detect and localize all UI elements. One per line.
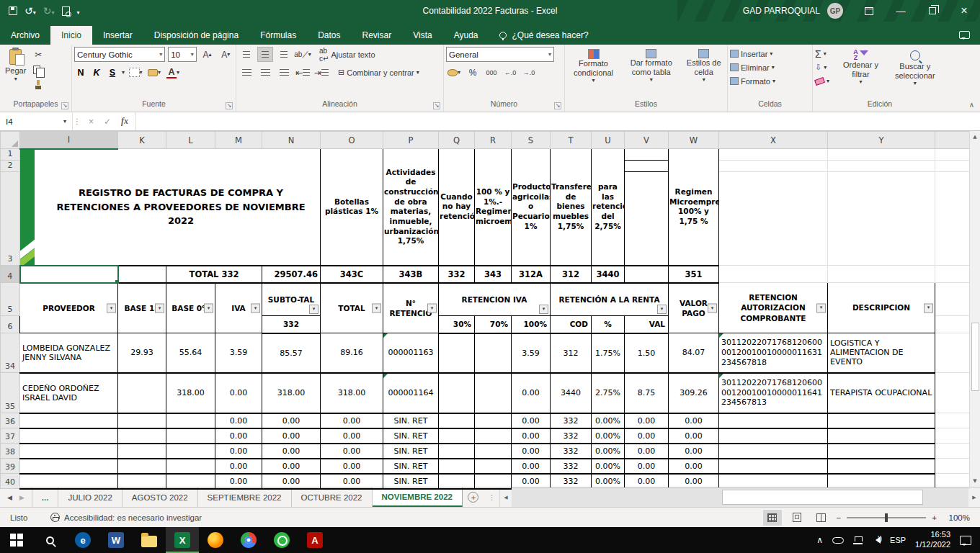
cell-Q37[interactable] [439,428,475,444]
cell-T39[interactable]: 332 [551,459,592,474]
header-proveedor[interactable]: PROVEEDOR▾ [20,283,118,333]
cell-P38[interactable]: SIN. RET [383,444,439,459]
empty-cell[interactable] [828,266,935,283]
cell-S37[interactable]: 0.00 [512,428,551,444]
cell-S36[interactable]: 0.00 [512,413,551,428]
filter-icon[interactable]: ▾ [657,305,667,314]
cell-U36[interactable]: 0.00% [592,413,625,428]
font-color-button[interactable]: A▾ [165,65,181,80]
filter-icon[interactable]: ▾ [107,303,116,313]
cell-Y39[interactable] [828,459,935,474]
cell-Y38[interactable] [828,444,935,459]
paste-button[interactable]: Pegar▾ [2,47,29,84]
column-header-stub[interactable] [935,132,970,149]
cell-X35[interactable]: 3011202207176812060000120010010000011641… [719,373,828,413]
cell-I39[interactable] [20,459,118,474]
cell-W34[interactable]: 84.07 [669,333,719,373]
header-descripcion[interactable]: DESCRIPCION▾ [828,283,935,333]
filter-icon[interactable]: ▾ [309,305,318,314]
cell-U39[interactable]: 0.00% [592,459,625,474]
cell-K39[interactable] [118,459,166,474]
subheader-cod[interactable]: COD [551,316,592,333]
wrap-text-button[interactable]: abc↵Ajustar texto [319,48,375,61]
row-header-34[interactable]: 34 [1,333,20,373]
underline-button[interactable]: S [106,68,119,78]
menu-tab-datos[interactable]: Datos [307,26,351,45]
column-header-T[interactable]: T [551,132,592,149]
cell-M39[interactable]: 0.00 [215,459,262,474]
cell-L34[interactable]: 55.64 [166,333,215,373]
collapse-ribbon-icon[interactable]: ∧ [969,101,974,109]
fill-color-button[interactable]: ▾ [146,65,162,80]
excel-icon[interactable]: X [166,527,199,553]
empty-cell[interactable] [935,316,970,333]
cut-button[interactable]: ✂ [30,47,46,62]
code-cell-W4[interactable]: 351 [669,266,719,283]
cell-P37[interactable]: SIN. RET [383,428,439,444]
cell-O36[interactable]: 0.00 [321,413,383,428]
code-cell-P4[interactable]: 343B [383,266,439,283]
column-header-W[interactable]: W [669,132,719,149]
code-cell-O4[interactable]: 343C [321,266,383,283]
empty-cell[interactable] [828,161,935,172]
cell-N36[interactable]: 0.00 [262,413,321,428]
empty-cell[interactable] [719,149,828,161]
cell-S38[interactable]: 0.00 [512,444,551,459]
code-cell-V4[interactable] [625,266,669,283]
filter-icon[interactable]: ▾ [708,303,717,313]
cell-I35[interactable]: CEDEÑO ORDOÑEZ ISRAEL DAVID [20,373,118,413]
subheader-70[interactable]: 70% [475,316,512,333]
subheader-332[interactable]: 332 [262,316,321,333]
cell-O37[interactable]: 0.00 [321,428,383,444]
cell-styles-button[interactable]: Estilos de celda▾ [682,47,725,85]
font-name-combo[interactable]: Century Gothic▾ [74,47,165,62]
band-header-R[interactable]: 100 % y 1%.- Regimen microempresa [475,149,512,266]
cell-X37[interactable] [719,428,828,444]
fill-button[interactable]: ⇩▾ [815,60,836,74]
empty-cell[interactable] [935,428,970,444]
cell-W36[interactable]: 0.00 [669,413,719,428]
insert-function-icon[interactable]: fx [121,116,128,127]
row-header-38[interactable]: 38 [1,444,20,459]
cell-W35[interactable]: 309.26 [669,373,719,413]
cell-V35[interactable]: 8.75 [625,373,669,413]
new-sheet-button[interactable]: + [463,487,484,507]
cell-O34[interactable]: 89.16 [321,333,383,373]
align-bottom-icon[interactable] [276,47,292,62]
header-total[interactable]: TOTAL▾ [321,283,383,333]
sheet-tab-septiembre[interactable]: SEPTIEMBRE 2022 [198,487,292,507]
format-cells-button[interactable]: Formato▾ [730,74,810,88]
code-cell-S4[interactable]: 312A [512,266,551,283]
empty-cell[interactable] [935,161,970,172]
page-break-view-icon[interactable] [812,510,831,526]
cell-S35[interactable]: 0.00 [512,373,551,413]
cell-P36[interactable]: SIN. RET [383,413,439,428]
subheader-100[interactable]: 100% [512,316,551,333]
format-as-table-button[interactable]: Dar formato como tabla▾ [621,47,681,85]
cell-M38[interactable]: 0.00 [215,444,262,459]
empty-cell[interactable] [935,333,970,373]
cell-Y35[interactable]: TERAPISTA OCUPACIONAL [828,373,935,413]
band-header-T[interactable]: Transferencia de bienes muebles 1,75% [551,149,592,266]
column-header-U[interactable]: U [592,132,625,149]
cell-L37[interactable] [166,428,215,444]
alignment-dialog-launcher-icon[interactable]: ↘ [433,102,440,109]
cell-V34[interactable]: 1.50 [625,333,669,373]
restore-icon[interactable] [917,0,948,22]
cell-K35[interactable] [118,373,166,413]
accessibility-status[interactable]: Accesibilidad: es necesario investigar [50,513,202,522]
empty-cell[interactable] [935,444,970,459]
zoom-slider[interactable] [847,517,926,518]
cell-Q39[interactable] [439,459,475,474]
cell-K36[interactable] [118,413,166,428]
cell-W37[interactable]: 0.00 [669,428,719,444]
cell-Q34[interactable] [439,333,475,373]
delete-cells-button[interactable]: Eliminar▾ [730,60,810,74]
cell-X34[interactable]: 3011202207176812060000120010010000011631… [719,333,828,373]
italic-button[interactable]: K [90,68,103,78]
filter-icon[interactable]: ▾ [427,303,437,313]
horizontal-scrollbar[interactable]: ◀ ▶ [499,487,980,507]
header-subtotal[interactable]: SUBTO-TAL▾ [262,283,321,316]
ribbon-display-options-icon[interactable] [853,0,885,22]
zoom-slider-thumb[interactable] [885,513,888,522]
